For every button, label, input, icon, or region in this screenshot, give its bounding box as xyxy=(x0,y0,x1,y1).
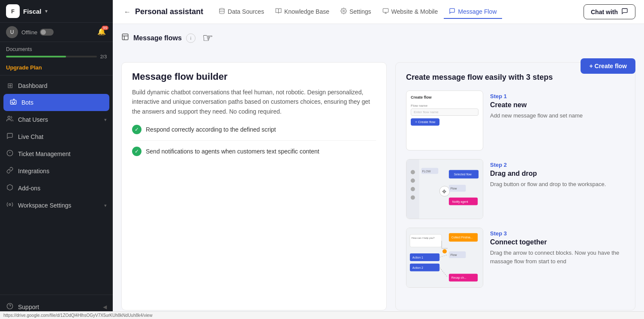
svg-text:Recap ch...: Recap ch... xyxy=(451,276,466,280)
feature-item-1: ✓ Send notifications to agents when cust… xyxy=(132,147,376,162)
message-flows-title: Message flows xyxy=(133,34,182,42)
upgrade-plan-button[interactable]: Upgrade Plan xyxy=(6,63,107,72)
sidebar-item-addons[interactable]: Add-ons xyxy=(0,180,113,197)
docs-progress-bar-bg xyxy=(6,56,97,57)
svg-text:Notify agent: Notify agent xyxy=(452,200,468,204)
notification-badge[interactable]: 🔔 99 xyxy=(97,27,107,37)
svg-point-19 xyxy=(411,187,415,191)
sidebar-item-label: Support xyxy=(18,304,99,310)
step3-svg: How can I help you? Collect Firstna... A… xyxy=(406,228,483,288)
svg-text:✥: ✥ xyxy=(442,189,446,195)
bots-icon xyxy=(9,98,17,107)
sidebar-item-label: Dashboard xyxy=(18,82,107,89)
sidebar-item-label: Live Chat xyxy=(18,133,107,140)
sidebar-item-dashboard[interactable]: ⊞ Dashboard xyxy=(0,77,113,94)
step-desc: Drag button or flow and drop to the work… xyxy=(490,180,625,189)
left-panel: Message flow builder Build dynamic chatb… xyxy=(121,62,387,310)
sidebar: F Fiscal ▾ U Offline 🔔 99 Documents 2/3 … xyxy=(0,0,113,319)
chat-with-label: Chat with xyxy=(591,9,618,15)
step-row-2: FLOW Selected flow ✥ Notify agent xyxy=(406,159,625,219)
topnav-links: Data Sources Knowledge Base Settings xyxy=(214,5,582,19)
content-wrapper: Message flows i ☞ + Create flow Message … xyxy=(113,24,644,319)
ticket-icon xyxy=(6,150,14,158)
documents-label: Documents xyxy=(6,46,107,52)
message-flows-icon xyxy=(121,33,129,43)
info-icon[interactable]: i xyxy=(186,33,196,43)
main-content: ← Personal assistant Data Sources Knowle… xyxy=(113,0,644,319)
svg-text:Flow: Flow xyxy=(451,253,457,256)
chat-users-icon xyxy=(6,115,14,124)
svg-text:Selected flow: Selected flow xyxy=(454,173,472,176)
notification-count: 99 xyxy=(102,26,108,30)
status-toggle[interactable] xyxy=(40,29,54,36)
dashboard-icon: ⊞ xyxy=(6,81,14,90)
user-status: Offline xyxy=(21,29,54,36)
sidebar-item-label: Workspace Settings xyxy=(18,202,100,209)
step-heading: Drag and drop xyxy=(490,170,625,178)
svg-point-4 xyxy=(8,116,10,118)
collapse-icon: ◀ xyxy=(103,304,107,310)
documents-section: Documents 2/3 xyxy=(0,42,113,62)
svg-rect-14 xyxy=(122,34,128,40)
tab-label: Knowledge Base xyxy=(284,8,329,15)
svg-point-8 xyxy=(9,204,11,205)
step1-preview: Create flow Flow name Enter flow name + … xyxy=(406,90,483,150)
svg-point-3 xyxy=(14,102,15,102)
sidebar-item-workspace-settings[interactable]: Workspace Settings ▾ xyxy=(0,197,113,214)
sidebar-item-bots[interactable]: Bots xyxy=(3,94,109,111)
page-title: Personal assistant xyxy=(135,7,203,16)
svg-text:Action 1: Action 1 xyxy=(412,256,423,259)
step-label: Step 3 xyxy=(490,230,625,237)
sidebar-item-integrations[interactable]: Integrations xyxy=(0,163,113,180)
sidebar-item-live-chat[interactable]: Live Chat xyxy=(0,128,113,145)
step-row-1: Create flow Flow name Enter flow name + … xyxy=(406,90,625,150)
sidebar-item-chat-users[interactable]: Chat Users ▾ xyxy=(0,111,113,128)
svg-text:Action 2: Action 2 xyxy=(412,266,423,269)
sidebar-item-label: Integrations xyxy=(18,168,107,175)
step-heading: Create new xyxy=(490,101,625,109)
sidebar-item-label: Chat Users xyxy=(18,116,100,123)
feature-text: Respond correctly according to the defin… xyxy=(146,126,276,133)
svg-text:How can I help you?: How can I help you? xyxy=(412,237,435,239)
docs-progress-bar-fill xyxy=(6,56,66,57)
sidebar-header: F Fiscal ▾ xyxy=(0,0,113,23)
website-mobile-icon xyxy=(382,8,389,15)
tab-website-mobile[interactable]: Website & Mobile xyxy=(377,5,443,19)
content-area: Message flow builder Build dynamic chatb… xyxy=(113,54,644,319)
step2-svg: FLOW Selected flow ✥ Notify agent xyxy=(406,159,483,219)
step-desc: Drag the arrow to connect blocks. Now yo… xyxy=(490,249,625,265)
chevron-down-icon: ▾ xyxy=(104,203,107,208)
check-icon: ✓ xyxy=(132,147,141,156)
svg-point-11 xyxy=(220,8,224,10)
chat-with-button[interactable]: Chat with xyxy=(584,4,635,19)
settings-icon xyxy=(340,8,347,15)
svg-text:Collect Firstna...: Collect Firstna... xyxy=(451,236,473,239)
cursor-hand-icon: ☞ xyxy=(202,31,213,45)
create-flow-button[interactable]: + Create flow xyxy=(581,58,635,74)
topnav: ← Personal assistant Data Sources Knowle… xyxy=(113,0,644,24)
tab-knowledge-base[interactable]: Knowledge Base xyxy=(270,5,334,19)
tab-settings[interactable]: Settings xyxy=(335,5,376,19)
step2-preview: FLOW Selected flow ✥ Notify agent xyxy=(406,159,483,219)
back-button[interactable]: ← xyxy=(121,6,133,18)
tab-message-flow[interactable]: Message Flow xyxy=(444,5,502,19)
svg-point-17 xyxy=(411,170,415,175)
feature-text: Send notifications to agents when custom… xyxy=(146,148,319,155)
support-icon xyxy=(6,303,14,311)
step3-preview: How can I help you? Collect Firstna... A… xyxy=(406,228,483,288)
tab-data-sources[interactable]: Data Sources xyxy=(214,5,269,19)
step1-content: Step 1 Create new Add new message flow a… xyxy=(490,90,625,120)
right-panel: Create message flow easily with 3 steps … xyxy=(395,62,635,310)
sidebar-divider xyxy=(0,75,113,75)
step3-content: Step 3 Connect together Drag the arrow t… xyxy=(490,228,625,265)
brand-name: Fiscal xyxy=(23,8,42,15)
step1-create-btn[interactable]: + Create flow xyxy=(411,118,439,126)
brand[interactable]: F Fiscal ▾ xyxy=(6,4,48,18)
sidebar-user-section: U Offline 🔔 99 xyxy=(0,23,113,42)
sidebar-item-ticket-management[interactable]: Ticket Management xyxy=(0,145,113,163)
avatar: U xyxy=(6,26,18,38)
step-label: Step 2 xyxy=(490,162,625,168)
svg-rect-32 xyxy=(410,235,442,247)
sidebar-item-label: Add-ons xyxy=(18,185,107,192)
step-desc: Add new message flow and set name xyxy=(490,111,625,120)
